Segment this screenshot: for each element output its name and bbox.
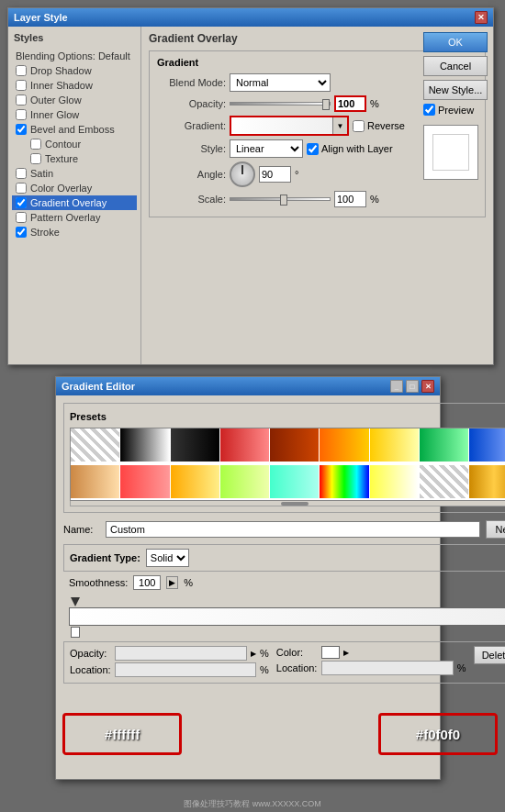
- ge-minimize-button[interactable]: _: [390, 380, 403, 393]
- preset-orange[interactable]: [320, 428, 368, 462]
- ge-left: Presets ▶: [63, 403, 505, 772]
- ge-name-input[interactable]: [106, 521, 480, 538]
- preset-brown[interactable]: [71, 465, 119, 498]
- preset-dark[interactable]: [171, 428, 219, 462]
- color-stop-swatch[interactable]: [321, 646, 340, 659]
- preset-blue[interactable]: [469, 428, 505, 462]
- cancel-button[interactable]: Cancel: [423, 56, 488, 76]
- gradient-bar[interactable]: [69, 607, 505, 626]
- angle-dial[interactable]: [230, 161, 255, 187]
- preset-gold[interactable]: [469, 465, 505, 498]
- scale-slider-thumb[interactable]: [280, 195, 287, 206]
- drop-shadow-item[interactable]: Drop Shadow: [12, 63, 137, 78]
- texture-item[interactable]: Texture: [12, 151, 137, 166]
- color-stop-left[interactable]: [71, 627, 80, 638]
- preset-lime[interactable]: [220, 465, 269, 498]
- preset-indigo[interactable]: [320, 465, 368, 498]
- scale-input[interactable]: [334, 191, 366, 207]
- color-stop-arrow[interactable]: ▶: [343, 649, 349, 657]
- ok-button[interactable]: OK: [423, 32, 488, 52]
- color-location-row: Location: %: [276, 661, 466, 675]
- inner-shadow-checkbox[interactable]: [16, 80, 27, 91]
- contour-checkbox[interactable]: [30, 139, 41, 150]
- gradient-dropdown-button[interactable]: ▼: [332, 117, 347, 134]
- scale-row: Scale: %: [157, 191, 477, 207]
- presets-title: Presets: [70, 411, 107, 422]
- color-overlay-item[interactable]: Color Overlay: [12, 181, 137, 195]
- color-overlay-label: Color Overlay: [30, 183, 92, 194]
- opacity-slider-thumb[interactable]: [322, 99, 330, 110]
- preset-transparent[interactable]: [71, 428, 119, 462]
- ge-new-button[interactable]: New: [486, 520, 505, 539]
- reverse-checkbox[interactable]: [353, 120, 365, 132]
- stroke-checkbox[interactable]: [16, 227, 27, 238]
- scale-unit: %: [370, 194, 379, 205]
- pattern-overlay-checkbox[interactable]: [16, 212, 27, 223]
- preset-dark-red[interactable]: [270, 428, 319, 462]
- preset-purple[interactable]: [370, 465, 419, 498]
- outer-glow-item[interactable]: Outer Glow: [12, 93, 137, 107]
- texture-checkbox[interactable]: [30, 153, 41, 164]
- satin-item[interactable]: Satin: [12, 166, 137, 181]
- angle-needle: [241, 165, 243, 174]
- preset-teal[interactable]: [270, 465, 319, 498]
- presets-scrollbar[interactable]: [70, 501, 505, 506]
- bevel-emboss-checkbox[interactable]: [16, 124, 27, 135]
- preview-input[interactable]: [423, 104, 435, 116]
- align-layer-checkbox[interactable]: [307, 143, 319, 155]
- inner-glow-checkbox[interactable]: [16, 109, 27, 120]
- opacity-stop-left[interactable]: [71, 597, 80, 606]
- ge-close-button[interactable]: ✕: [421, 380, 434, 393]
- preset-green[interactable]: [420, 428, 468, 462]
- color-location-input[interactable]: [321, 661, 454, 675]
- bevel-emboss-item[interactable]: Bevel and Emboss: [12, 122, 137, 137]
- ge-restore-button[interactable]: □: [406, 380, 419, 393]
- stop-opacity-arrow[interactable]: ▶: [251, 650, 256, 658]
- opacity-unit: %: [370, 98, 379, 109]
- scale-slider-track[interactable]: [230, 197, 331, 201]
- ge-smooth-label: Smoothness:: [69, 577, 128, 588]
- blend-mode-select[interactable]: Normal: [230, 73, 331, 92]
- opacity-input[interactable]: [334, 95, 366, 112]
- gradient-overlay-checkbox[interactable]: [16, 197, 27, 208]
- preset-checker[interactable]: [420, 465, 468, 498]
- outer-glow-checkbox[interactable]: [16, 95, 27, 106]
- blending-label[interactable]: Blending Options: Default: [12, 49, 137, 63]
- ge-type-row: Gradient Type: Solid: [63, 544, 505, 572]
- opacity-stop-value[interactable]: [115, 646, 247, 661]
- layer-style-close-button[interactable]: ✕: [475, 11, 488, 24]
- opacity-slider-track[interactable]: [230, 102, 331, 106]
- preset-black[interactable]: [120, 428, 169, 462]
- outer-glow-label: Outer Glow: [30, 95, 82, 106]
- preset-yellow[interactable]: [370, 428, 419, 462]
- ge-type-select[interactable]: Solid: [146, 549, 189, 567]
- preset-red[interactable]: [220, 428, 269, 462]
- contour-label: Contour: [45, 139, 81, 150]
- delete-button[interactable]: Delete: [474, 646, 505, 664]
- color-stop-info: Color: ▶ Location: %: [276, 646, 466, 679]
- bevel-emboss-label: Bevel and Emboss: [30, 124, 115, 135]
- gradient-input-wrap[interactable]: ▼: [230, 116, 349, 136]
- satin-checkbox[interactable]: [16, 168, 27, 179]
- inner-shadow-item[interactable]: Inner Shadow: [12, 78, 137, 93]
- reverse-label: Reverse: [353, 120, 405, 132]
- opacity-unit-label: %: [260, 648, 269, 659]
- ge-smooth-input[interactable]: [133, 575, 161, 590]
- stroke-item[interactable]: Stroke: [12, 225, 137, 239]
- ge-smooth-arrow-btn[interactable]: ▶: [166, 576, 178, 589]
- texture-label: Texture: [45, 153, 78, 164]
- inner-glow-item[interactable]: Inner Glow: [12, 107, 137, 122]
- pattern-overlay-item[interactable]: Pattern Overlay: [12, 210, 137, 225]
- style-select[interactable]: Linear: [230, 139, 303, 158]
- opacity-location-input[interactable]: [115, 662, 256, 677]
- drop-shadow-checkbox[interactable]: [16, 65, 27, 76]
- angle-input[interactable]: [259, 166, 291, 183]
- gradient-preview[interactable]: [231, 117, 332, 134]
- preset-pink[interactable]: [120, 465, 169, 498]
- color-overlay-checkbox[interactable]: [16, 183, 27, 194]
- new-style-button[interactable]: New Style...: [423, 80, 488, 100]
- preset-amber[interactable]: [171, 465, 219, 498]
- contour-item[interactable]: Contour: [12, 137, 137, 151]
- gradient-overlay-item[interactable]: Gradient Overlay: [12, 195, 137, 210]
- degree-symbol: °: [295, 169, 298, 180]
